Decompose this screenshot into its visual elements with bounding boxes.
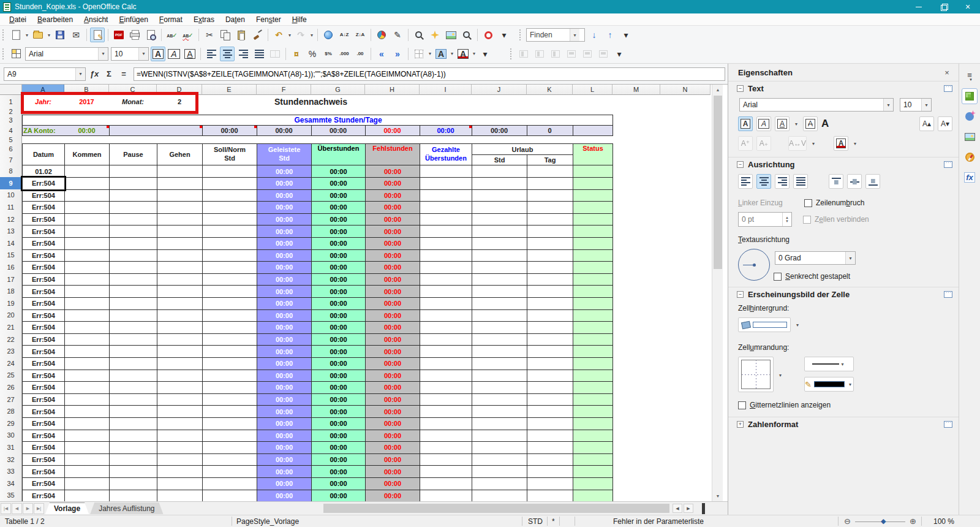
text-rotation-dial[interactable]: [738, 249, 770, 281]
cell-A21[interactable]: Err:504: [22, 321, 65, 334]
cell-A11[interactable]: Err:504: [22, 201, 65, 214]
cell-I4[interactable]: 00:00: [420, 125, 472, 135]
cell-F34[interactable]: 00:00: [257, 477, 312, 490]
cell-K28[interactable]: [527, 405, 573, 418]
cell-H10[interactable]: 00:00: [365, 189, 420, 202]
cell-H21[interactable]: 00:00: [365, 321, 420, 334]
superscript-button[interactable]: A⁺: [738, 136, 753, 151]
increase-indent-icon[interactable]: »: [390, 47, 405, 61]
sidebar-underline-button[interactable]: A: [775, 116, 790, 131]
cell-L16[interactable]: [573, 261, 613, 274]
cell-J15[interactable]: [472, 249, 527, 262]
column-header-J[interactable]: J: [472, 85, 527, 95]
row-header-33[interactable]: 33: [0, 465, 22, 478]
toolbar-grip[interactable]: [519, 29, 522, 40]
sidebar-font-name-combo[interactable]: Arial ▾: [739, 98, 894, 112]
chevron-down-icon[interactable]: ▾: [471, 47, 477, 61]
cell-L26[interactable]: [573, 381, 613, 394]
cell-A10[interactable]: Err:504: [22, 189, 65, 202]
row-header-30[interactable]: 30: [0, 430, 22, 442]
cell-G34[interactable]: 00:00: [311, 477, 366, 490]
align-center-icon[interactable]: [220, 47, 235, 61]
currency-format-icon[interactable]: ¤: [289, 47, 304, 61]
cell-B8[interactable]: [64, 165, 110, 178]
cell-I17[interactable]: [420, 273, 472, 286]
cell-F13[interactable]: 00:00: [257, 225, 312, 238]
cell-H4[interactable]: 00:00: [365, 125, 420, 135]
scroll-down-icon[interactable]: ▼: [712, 491, 723, 501]
cell-F35[interactable]: 00:00: [257, 490, 312, 501]
collapse-icon[interactable]: −: [737, 161, 744, 168]
cell-G29[interactable]: 00:00: [311, 417, 366, 430]
cell-I13[interactable]: [420, 225, 472, 238]
cell-D16[interactable]: [157, 261, 203, 274]
column-header-K[interactable]: K: [527, 85, 573, 95]
increase-font-size-button[interactable]: A▴: [919, 116, 934, 131]
header-kommen[interactable]: Kommen: [64, 143, 110, 165]
cell-E29[interactable]: [202, 417, 257, 430]
cell-D11[interactable]: [157, 201, 203, 214]
cell-J32[interactable]: [472, 453, 527, 466]
cell-F12[interactable]: 00:00: [257, 213, 312, 226]
cell-F21[interactable]: 00:00: [257, 321, 312, 334]
cell-L15[interactable]: [573, 249, 613, 262]
new-document-icon[interactable]: [9, 28, 23, 42]
row-header-1[interactable]: 1: [0, 95, 22, 108]
toolbar-grip[interactable]: [2, 48, 6, 59]
chevron-down-icon[interactable]: ▾: [449, 47, 455, 61]
cell-D32[interactable]: [157, 453, 203, 466]
zoom-slider-thumb[interactable]: ◆: [881, 517, 886, 525]
chevron-down-icon[interactable]: ▾: [75, 68, 85, 80]
cell-J16[interactable]: [472, 261, 527, 274]
cell-L13[interactable]: [573, 225, 613, 238]
cell-F8[interactable]: 00:00: [257, 165, 312, 178]
row-header-10[interactable]: 10: [0, 189, 22, 202]
cell-H34[interactable]: 00:00: [365, 477, 420, 490]
cell-B23[interactable]: [64, 345, 110, 358]
cell-H29[interactable]: 00:00: [365, 417, 420, 430]
print-icon[interactable]: [127, 28, 142, 42]
cell-A26[interactable]: Err:504: [22, 381, 65, 394]
cell-I16[interactable]: [420, 261, 472, 274]
cell-C21[interactable]: [109, 321, 157, 334]
cell-K25[interactable]: [527, 370, 573, 382]
cell-A15[interactable]: Err:504: [22, 249, 65, 262]
standard-format-icon[interactable]: $%: [321, 47, 336, 61]
help-icon[interactable]: [481, 28, 496, 42]
cell-B4[interactable]: 00:00: [64, 125, 109, 135]
cell-B35[interactable]: [64, 490, 110, 501]
cell-F23[interactable]: 00:00: [257, 345, 312, 358]
cell-L8[interactable]: [573, 165, 613, 178]
cell-C28[interactable]: [109, 405, 157, 418]
cell-H24[interactable]: 00:00: [365, 357, 420, 370]
row-header-29[interactable]: 29: [0, 417, 22, 430]
cell-D20[interactable]: [157, 309, 203, 322]
row-header-9[interactable]: 9: [0, 177, 22, 190]
row-header-24[interactable]: 24: [0, 357, 22, 370]
cell-L10[interactable]: [573, 189, 613, 202]
cell-I20[interactable]: [420, 309, 472, 322]
cell-G13[interactable]: 00:00: [311, 225, 366, 238]
row-header-32[interactable]: 32: [0, 453, 22, 466]
cell-D15[interactable]: [157, 249, 203, 262]
cell-B22[interactable]: [64, 333, 110, 346]
cell-J30[interactable]: [472, 430, 527, 442]
header-geleistete-std[interactable]: Geleistete Std: [257, 143, 312, 165]
cell-K21[interactable]: [527, 321, 573, 334]
cell-H16[interactable]: 00:00: [365, 261, 420, 274]
character-spacing-button[interactable]: A↔V: [788, 136, 807, 151]
cell-K10[interactable]: [527, 189, 573, 202]
cell-A12[interactable]: Err:504: [22, 213, 65, 226]
border-line-style-button[interactable]: ▾: [804, 357, 854, 371]
cell-B27[interactable]: [64, 393, 110, 406]
cell-D23[interactable]: [157, 345, 203, 358]
cell-A17[interactable]: Err:504: [22, 273, 65, 286]
cell-C18[interactable]: [109, 285, 157, 298]
selected-cell-A9[interactable]: [21, 176, 66, 191]
italic-icon[interactable]: A: [167, 47, 181, 61]
cell-C30[interactable]: [109, 430, 157, 442]
header-ueberstunden[interactable]: Überstunden: [311, 143, 366, 165]
cell-D14[interactable]: [157, 237, 203, 250]
cell-I25[interactable]: [420, 370, 472, 382]
underline-icon[interactable]: A: [183, 47, 197, 61]
